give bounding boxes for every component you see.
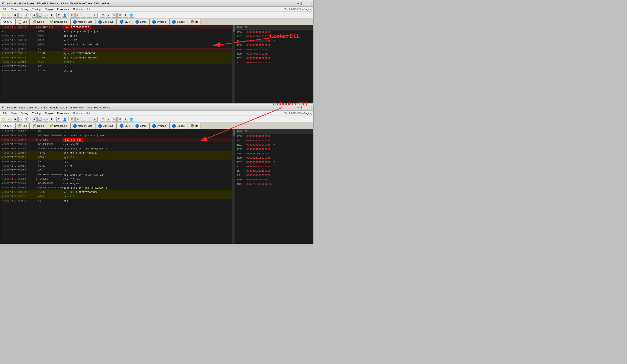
tab-source-2[interactable]: 🔵 Source [169, 123, 187, 129]
tb-person-2[interactable]: 👤 [62, 117, 67, 122]
tb-up-1[interactable]: ⬆ [56, 13, 61, 18]
tb-calc-1[interactable]: 🖩 [123, 13, 128, 18]
disasm2-row-0[interactable]: ● 00007FFF37B0D537 C3 ret [0, 129, 235, 133]
menu-view-2[interactable]: View [9, 112, 19, 115]
menu-help-1[interactable]: Help [84, 7, 93, 11]
tb-book-1[interactable]: 📖 [87, 13, 92, 18]
tab-bp-2[interactable]: 🌿 Breakpoints [47, 123, 70, 129]
menu-file-1[interactable]: File [1, 7, 9, 11]
hide-fpu-btn-1[interactable]: Hide FPU [235, 25, 313, 30]
disasm-row-5[interactable]: ● 00007FFF37B0D54D FE ??? [0, 47, 235, 51]
tb-stop-2[interactable]: ■ [13, 117, 18, 122]
tb-globe-1[interactable]: 🌐 [129, 13, 134, 18]
tab-notes-1[interactable]: 🌿 Notes [30, 19, 47, 25]
tab-seh-1[interactable]: 🔵 SEH [117, 19, 132, 25]
disasm-row-1[interactable]: ● 0000 add byte ptr ds:[rax],al [0, 29, 235, 34]
disasm2-row-13[interactable]: ● 00007FFF37B0D568 F60425 0803FE7F 01 te… [0, 186, 235, 190]
disasm2-row-8[interactable]: ● 00007FFF37B0D555 CD 2E int 2E [0, 164, 235, 168]
tb-open-2[interactable]: 📁 [1, 117, 6, 122]
scrollbar-2[interactable] [232, 129, 235, 244]
tb-pause-1[interactable]: ⏸ [24, 13, 29, 18]
disasm2-row-15[interactable]: ● 00007FFF37B0D572 0F05 syscall [0, 194, 235, 199]
disasm2-row-1[interactable]: ● 00007FFF37B0D538 0F1F8400 00000000 nop… [0, 133, 235, 138]
tb-list-1[interactable]: ☰ [81, 13, 86, 18]
disasm-row-2[interactable]: ● 00007FFF37B0D547 00F6 add dh,dh [0, 34, 235, 38]
menu-plugins-1[interactable]: Plugins [43, 7, 55, 11]
menu-tracing-1[interactable]: Tracing [30, 7, 42, 11]
menu-view-1[interactable]: View [9, 7, 19, 11]
scrollbar-1[interactable] [232, 25, 235, 103]
tb-right2-2[interactable]: →→ [43, 117, 48, 122]
tab-callstack-2[interactable]: 🔵 Call Stack [96, 123, 117, 129]
tab-log-2[interactable]: 🌿 Log [15, 123, 29, 129]
tab-source-1[interactable]: 🔵 Source [169, 19, 187, 25]
scrollbar-thumb-1[interactable] [233, 25, 235, 32]
disasm2-row-9[interactable]: ● 00007FFF37B0D557 C3 ret [0, 168, 235, 173]
tb-down2-1[interactable]: ⬇ [49, 13, 54, 18]
tb-stop-1[interactable]: ■ [13, 13, 18, 18]
tb-eraser-2[interactable]: ✂ [93, 117, 98, 122]
tb-right-2[interactable]: → [18, 117, 23, 122]
tb-az-2[interactable]: Aᴢ [112, 117, 117, 122]
tab-symbols-1[interactable]: 🔵 Symbols [150, 19, 169, 25]
tb-book-2[interactable]: 📖 [87, 117, 92, 122]
tab-callstack-1[interactable]: 🔵 Call Stack [96, 19, 117, 25]
tb-reload-1[interactable]: 🔄 [37, 13, 42, 18]
tab-symbols-2[interactable]: 🔵 Symbols [150, 123, 169, 129]
disasm2-row-5[interactable]: ● 00007FFF37B0D550 ↓ 75 03 jne ntdll.7FF… [0, 151, 235, 155]
tb-person-1[interactable]: 👤 [62, 13, 67, 18]
tb-fx-1[interactable]: fx [100, 13, 105, 18]
disasm2-row-14[interactable]: ● 00007FFF37B0D570 ↓ 75 03 jne ntdll.7FF… [0, 190, 235, 194]
close-btn-1[interactable]: ✕ [307, 1, 312, 5]
tb-calc-2[interactable]: 🖩 [123, 117, 128, 122]
tab-re-2[interactable]: 🦁 Re [188, 123, 201, 129]
disasm-row-3[interactable]: ● 00007FFF37B0D549 04 25 add al,25 [0, 38, 235, 42]
disasm2-row-10[interactable]: ● 00007FFF37B0D558 0F1F8400 00000000 nop… [0, 173, 235, 177]
disasm-row-8[interactable]: ● 00007FFF37B0D552 0F05 syscall [0, 60, 235, 64]
tb-undo-1[interactable]: ↩ [7, 13, 12, 18]
tb-globe-2[interactable]: 🌐 [129, 117, 134, 122]
tb-up-2[interactable]: ⬆ [56, 117, 61, 122]
disasm2-row-4[interactable]: ● 00007FFF37B0D548 F60425 0803FE7F 01 te… [0, 147, 235, 151]
disasm2-row-16[interactable]: ● 00007FFF37B0D574 C3 ret [0, 199, 235, 203]
disasm2-row-3[interactable]: ● 00007FFF37B0D543 B8 3F000000 mov eax,3… [0, 142, 235, 147]
tab-script-2[interactable]: 🔵 Script [133, 123, 149, 129]
disasm-row-7[interactable]: ● 00007FFF37B0D550 ↓ 75 03 jne ntdll.7FF… [0, 55, 235, 60]
tb-pause-2[interactable]: ⏸ [24, 117, 29, 122]
tb-list-2[interactable]: ☰ [81, 117, 86, 122]
menu-debug-1[interactable]: Debug [19, 7, 30, 11]
disasm-row-9[interactable]: ● 00007FFF37B0D554 C3 ret [0, 64, 235, 68]
menu-options-1[interactable]: Options [71, 7, 84, 11]
disasm-row-0[interactable]: ● 00007FFF37B0D540 ◄ E9 S137FFF2 jmp 7FF… [0, 25, 235, 29]
disasm2-row-6[interactable]: ● 00007FFF37B0D552 0F05 syscall [0, 155, 235, 159]
tab-bp-1[interactable]: 🌿 Breakpoints [47, 19, 70, 25]
tb-eraser-1[interactable]: ✂ [93, 13, 98, 18]
tab-memmap-2[interactable]: 🔵 Memory Map [70, 123, 95, 129]
disasm2-row-12[interactable]: ● 00007FFF37B0D563 B8 40000000 mov eax,4… [0, 181, 235, 186]
tb-step-2[interactable]: ⬇ [32, 117, 37, 122]
menu-favourites-2[interactable]: Favourites [55, 112, 71, 115]
tb-down2-2[interactable]: ⬇ [49, 117, 54, 122]
disasm-row-10[interactable]: ● 00007FFF37B0D555 CD 2E int 2E [0, 68, 235, 73]
tab-memmap-1[interactable]: 🔵 Memory Map [70, 19, 95, 25]
restore-btn-1[interactable]: □ [301, 1, 306, 5]
tb-hash-1[interactable]: # [106, 13, 111, 18]
tb-undo-2[interactable]: ↩ [7, 117, 12, 122]
tab-notes-2[interactable]: 🌿 Notes [30, 123, 47, 129]
tb-hash-2[interactable]: # [106, 117, 111, 122]
tab-re-1[interactable]: 🦁 Re [188, 19, 201, 25]
tab-log-1[interactable]: 📋 Log [15, 19, 29, 25]
tb-edit-2[interactable]: ✏ [75, 117, 80, 122]
minimize-btn-1[interactable]: ─ [296, 1, 301, 5]
menu-plugins-2[interactable]: Plugins [43, 112, 55, 115]
tb-edit-1[interactable]: ✏ [75, 13, 80, 18]
hide-fpu-btn-2[interactable]: Hide FPU [235, 129, 313, 134]
tb-az-1[interactable]: Aᴢ [112, 13, 117, 18]
menu-options-2[interactable]: Options [71, 112, 84, 115]
scrollbar-thumb-2[interactable] [233, 130, 235, 136]
disasm-row-4[interactable]: ● 00007FFF37B0D54B 0803 or byte ptr ds:[… [0, 42, 235, 47]
tb-hex-2[interactable]: S [70, 117, 75, 122]
tb-copy-1[interactable]: ⎘ [117, 13, 122, 18]
tb-hex-1[interactable]: S [70, 13, 75, 18]
tb-right-1[interactable]: → [18, 13, 23, 18]
